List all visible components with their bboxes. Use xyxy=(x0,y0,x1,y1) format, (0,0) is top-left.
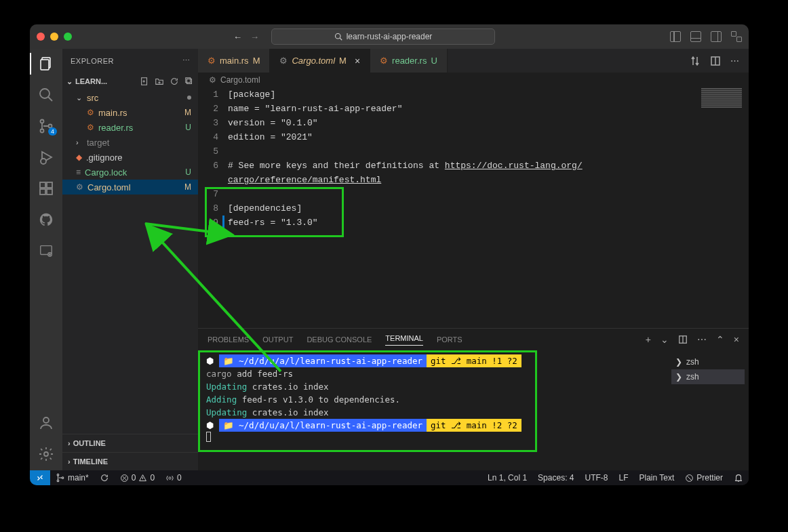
accounts-icon[interactable] xyxy=(38,415,54,431)
folder-header[interactable]: ⌄ LEARN... xyxy=(62,73,198,90)
new-folder-icon[interactable] xyxy=(155,77,164,86)
tab-main-rs[interactable]: ⚙ main.rs M xyxy=(198,49,270,73)
chevron-down-icon: ⌄ xyxy=(66,77,73,86)
new-file-icon[interactable] xyxy=(140,77,149,86)
tab-ports[interactable]: PORTS xyxy=(437,335,462,344)
more-actions-icon[interactable]: ⋯ xyxy=(730,56,739,66)
explorer-header: EXPLORER ⋯ xyxy=(62,49,198,73)
github-icon[interactable] xyxy=(38,211,54,228)
tree-file-reader[interactable]: ⚙ reader.rs U xyxy=(62,120,198,135)
svg-rect-11 xyxy=(40,182,45,188)
search-activity-icon[interactable] xyxy=(38,87,54,103)
tree-file-main[interactable]: ⚙ main.rs M xyxy=(62,105,198,120)
collapse-all-icon[interactable] xyxy=(184,77,194,86)
language-mode-status[interactable]: Plain Text xyxy=(634,473,680,483)
tree-folder-target[interactable]: › target xyxy=(62,135,198,150)
refresh-icon[interactable] xyxy=(170,77,179,86)
problems-status[interactable]: 0 0 xyxy=(115,470,160,485)
close-panel-icon[interactable]: × xyxy=(734,334,739,345)
tab-cargo-toml[interactable]: ⚙ Cargo.toml M × xyxy=(270,49,370,73)
nav-back-icon[interactable]: ← xyxy=(233,32,242,42)
eol-status[interactable]: LF xyxy=(613,473,633,483)
maximize-panel-icon[interactable]: ⌃ xyxy=(716,334,724,345)
toggle-panel-icon[interactable] xyxy=(690,31,701,42)
terminal-output[interactable]: ⬢ 📁 ~/d/d/u/a/l/learn-rust-ai-app-reader… xyxy=(198,350,667,470)
new-terminal-icon[interactable]: + xyxy=(646,334,651,345)
more-icon[interactable]: ⋯ xyxy=(697,334,707,345)
vscode-window: ← → learn-rust-ai-app-reader 4 xyxy=(30,24,749,485)
chevron-right-icon: › xyxy=(68,439,71,447)
chevron-down-icon: ⌄ xyxy=(76,94,83,102)
chevron-right-icon: › xyxy=(76,138,83,146)
customize-layout-icon[interactable] xyxy=(731,31,742,42)
close-tab-icon[interactable]: × xyxy=(355,56,360,66)
remote-explorer-icon[interactable] xyxy=(38,243,54,259)
settings-gear-icon[interactable] xyxy=(38,446,54,462)
tab-debug-console[interactable]: DEBUG CONSOLE xyxy=(307,335,372,344)
editor-tabs: ⚙ main.rs M ⚙ Cargo.toml M × ⚙ reader.rs… xyxy=(198,49,749,73)
code-editor[interactable]: 123456 78910 [package] name = "learn-rus… xyxy=(198,87,749,328)
breadcrumbs[interactable]: ⚙ Cargo.toml xyxy=(198,73,749,87)
split-terminal-icon[interactable] xyxy=(678,335,688,344)
compare-changes-icon[interactable] xyxy=(690,56,701,66)
terminal-line: ⬢ 📁 ~/d/d/u/a/l/learn-rust-ai-app-reader… xyxy=(206,354,659,367)
tree-file-cargo-lock[interactable]: ≡ Cargo.lock U xyxy=(62,165,198,180)
gear-icon: ⚙ xyxy=(209,75,216,85)
svg-rect-13 xyxy=(40,189,45,195)
rust-file-icon: ⚙ xyxy=(87,108,94,117)
terminal-item-zsh[interactable]: ❯ zsh xyxy=(671,354,745,369)
svg-rect-12 xyxy=(47,182,52,188)
prettier-status[interactable]: Prettier xyxy=(679,473,728,483)
notifications-icon[interactable] xyxy=(728,473,749,483)
tab-reader-rs[interactable]: ⚙ reader.rs U xyxy=(370,49,448,73)
chevron-right-icon: › xyxy=(68,457,71,466)
git-branch-status[interactable]: main* xyxy=(50,470,94,485)
terminal-icon: ❯ xyxy=(675,357,682,367)
tree-folder-src[interactable]: ⌄ src xyxy=(62,90,198,105)
cursor-position-status[interactable]: Ln 1, Col 1 xyxy=(482,473,532,483)
explorer-more-icon[interactable]: ⋯ xyxy=(182,56,191,65)
indentation-status[interactable]: Spaces: 4 xyxy=(532,473,579,483)
timeline-panel[interactable]: › TIMELINE xyxy=(62,452,198,470)
source-control-icon[interactable]: 4 xyxy=(38,118,54,134)
tab-output[interactable]: OUTPUT xyxy=(262,335,293,344)
file-label: reader.rs xyxy=(98,123,133,133)
code-line xyxy=(228,144,749,159)
svg-point-32 xyxy=(57,480,59,482)
minimap[interactable] xyxy=(694,87,749,155)
nav-forward-icon[interactable]: → xyxy=(250,32,259,42)
svg-rect-3 xyxy=(41,60,49,70)
close-window-button[interactable] xyxy=(37,33,45,41)
code-content[interactable]: [package] name = "learn-rust-ai-app-read… xyxy=(228,87,749,328)
tree-file-cargo-toml[interactable]: ⚙ Cargo.toml M xyxy=(62,180,198,195)
sync-status[interactable] xyxy=(94,470,115,485)
toggle-secondary-sidebar-icon[interactable] xyxy=(711,31,722,42)
port-status[interactable]: 0 xyxy=(160,470,187,485)
gear-icon: ⚙ xyxy=(279,56,288,66)
split-editor-icon[interactable] xyxy=(710,56,721,66)
code-line: # See more keys and their definitions at… xyxy=(228,159,749,173)
svg-line-5 xyxy=(48,97,52,101)
tab-status: M xyxy=(253,56,260,66)
tab-terminal[interactable]: TERMINAL xyxy=(385,334,423,346)
outline-panel[interactable]: › OUTLINE xyxy=(62,434,198,452)
terminal-dropdown-icon[interactable]: ⌄ xyxy=(661,334,669,345)
toggle-primary-sidebar-icon[interactable] xyxy=(670,31,681,42)
extensions-icon[interactable] xyxy=(38,180,54,197)
code-line: name = "learn-rust-ai-app-reader" xyxy=(228,102,749,116)
folder-label: target xyxy=(87,138,109,148)
terminal-item-zsh[interactable]: ❯ zsh xyxy=(671,369,745,384)
tree-file-gitignore[interactable]: ◆ .gitignore xyxy=(62,150,198,165)
encoding-status[interactable]: UTF-8 xyxy=(579,473,613,483)
minimize-window-button[interactable] xyxy=(50,33,58,41)
remote-indicator[interactable] xyxy=(30,470,50,485)
run-debug-icon[interactable] xyxy=(38,149,54,165)
explorer-icon[interactable] xyxy=(38,56,54,72)
rust-file-icon: ⚙ xyxy=(208,56,216,66)
modified-dot-icon xyxy=(187,96,191,100)
tab-problems[interactable]: PROBLEMS xyxy=(208,335,249,344)
git-status: U xyxy=(185,167,191,177)
command-center[interactable]: learn-rust-ai-app-reader xyxy=(271,28,495,45)
maximize-window-button[interactable] xyxy=(64,33,72,41)
svg-point-10 xyxy=(41,159,46,164)
